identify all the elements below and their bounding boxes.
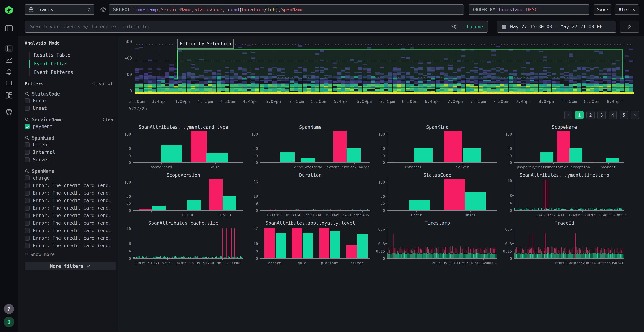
filter-option[interactable]: payment: [25, 123, 116, 130]
search-box[interactable]: SQL | Lucene: [25, 21, 488, 32]
checkbox[interactable]: [25, 183, 30, 188]
alerts-button[interactable]: Alerts: [615, 4, 639, 15]
bar-inlier[interactable]: [465, 192, 486, 210]
bar-outlier[interactable]: [292, 228, 302, 258]
delta-chart-9[interactable]: SpanAttributes.app.loyalty.level081632br…: [249, 219, 372, 267]
bar-outlier[interactable]: [346, 245, 357, 258]
bar-inlier[interactable]: [409, 200, 430, 210]
bar-outlier[interactable]: [139, 210, 152, 210]
checkbox[interactable]: [25, 106, 30, 111]
bar-inlier[interactable]: [330, 231, 340, 258]
bar-inlier[interactable]: [152, 206, 166, 210]
bar-inlier[interactable]: [276, 233, 286, 258]
filter-option[interactable]: Unset: [25, 104, 116, 112]
bar-inlier[interactable]: [570, 148, 582, 162]
date-range-picker[interactable]: May 27 15:30:00 - May 27 21:00:00: [497, 21, 616, 32]
bar-outlier[interactable]: [394, 162, 412, 162]
checkbox[interactable]: [25, 206, 30, 210]
filter-option[interactable]: Error: The credit card (end…: [25, 197, 116, 204]
checkbox[interactable]: [25, 157, 30, 162]
bar-outlier[interactable]: [444, 178, 465, 210]
bar-inlier[interactable]: [346, 148, 361, 162]
run-query-button[interactable]: [620, 21, 639, 32]
delta-chart-7[interactable]: SpanAttributes...yment.timestamp04816174…: [503, 171, 626, 219]
source-select[interactable]: Traces: [25, 4, 94, 15]
search-icon[interactable]: [25, 92, 29, 96]
checkbox[interactable]: [25, 176, 30, 180]
search-icon[interactable]: [25, 117, 29, 122]
bar-outlier[interactable]: [444, 130, 462, 162]
filter-option[interactable]: Error: The credit card (end…: [25, 227, 116, 234]
filter-option[interactable]: Error: The credit card (end…: [25, 212, 116, 219]
bar-inlier[interactable]: [161, 145, 182, 162]
filter-option[interactable]: Error: [25, 97, 116, 104]
more-filters-button[interactable]: More filters: [25, 262, 116, 270]
filter-option[interactable]: Client: [25, 141, 116, 148]
filter-option[interactable]: Error: The credit card (end…: [25, 189, 116, 197]
bar-inlier[interactable]: [187, 200, 201, 210]
filter-group-clear-link[interactable]: Clear: [103, 117, 116, 122]
delta-chart-2[interactable]: SpanKind02550100InternalServer: [376, 123, 499, 171]
delta-chart-1[interactable]: SpanName02550100grpc.oteldemo.PaymentSer…: [249, 123, 372, 171]
delta-chart-11[interactable]: TraceId00.150.30.6ff860334facdb23d3f430f…: [503, 219, 626, 267]
bar-outlier[interactable]: [334, 130, 346, 162]
page-button-1[interactable]: 1: [575, 111, 584, 119]
checkbox[interactable]: [25, 142, 30, 147]
bar-inlier[interactable]: [463, 148, 481, 162]
alerts-bell-icon[interactable]: [6, 68, 12, 76]
checkbox[interactable]: [25, 98, 30, 103]
mode-item-results-table[interactable]: Results Table: [25, 51, 116, 60]
checkbox[interactable]: [25, 198, 30, 203]
checkbox[interactable]: [25, 228, 30, 233]
filter-option[interactable]: Server: [25, 156, 116, 164]
chart-icon[interactable]: [5, 57, 12, 63]
checkbox[interactable]: [25, 150, 30, 155]
checkbox[interactable]: [25, 220, 30, 226]
bar-outlier[interactable]: [557, 130, 570, 162]
filter-option[interactable]: Internal: [25, 148, 116, 156]
bar-inlier[interactable]: [414, 148, 432, 162]
delta-chart-5[interactable]: Duration09183613333631698314199618342600…: [249, 171, 372, 219]
sidebar-toggle-icon[interactable]: [5, 25, 13, 32]
checkbox[interactable]: [25, 190, 30, 196]
bar-outlier[interactable]: [190, 130, 207, 162]
save-button[interactable]: Save: [594, 4, 612, 15]
clear-all-link[interactable]: Clear all: [92, 81, 116, 86]
events-heatmap[interactable]: [135, 43, 634, 95]
delta-chart-0[interactable]: SpanAttributes...yment.card_type02550100…: [122, 123, 245, 171]
bar-inlier[interactable]: [606, 158, 619, 162]
orderby-input[interactable]: ORDER BY Timestamp DESC: [469, 4, 590, 15]
checkbox[interactable]: [25, 243, 30, 248]
lang-sql-toggle[interactable]: SQL: [451, 24, 459, 29]
delta-chart-6[interactable]: StatusCode02550100ErrorUnset: [376, 171, 499, 219]
bar-inlier[interactable]: [302, 232, 313, 258]
help-button[interactable]: ?: [4, 304, 14, 314]
bar-inlier[interactable]: [280, 152, 295, 162]
bar-outlier[interactable]: [209, 178, 223, 210]
bar-inlier[interactable]: [300, 158, 315, 162]
delta-chart-3[interactable]: ScopeName02550100@hyperdx/instrumentatio…: [503, 123, 626, 171]
page-button-3[interactable]: 3: [598, 111, 606, 119]
user-avatar[interactable]: D: [4, 316, 14, 327]
mode-item-event-deltas[interactable]: Event Deltas: [25, 60, 116, 68]
search-icon[interactable]: [25, 169, 29, 174]
page-next-button[interactable]: ›: [631, 111, 639, 119]
page-button-4[interactable]: 4: [608, 111, 617, 119]
checkbox-checked[interactable]: [25, 124, 30, 129]
page-prev-button[interactable]: ‹: [564, 111, 572, 119]
filter-option[interactable]: Error: The credit card (end…: [25, 204, 116, 212]
sessions-laptop-icon[interactable]: [5, 80, 13, 87]
bar-outlier[interactable]: [319, 228, 329, 258]
bar-inlier[interactable]: [206, 153, 228, 162]
hyperdx-logo-icon[interactable]: [4, 6, 14, 15]
bar-inlier[interactable]: [357, 234, 368, 258]
filter-option[interactable]: Error: The credit card (end…: [25, 242, 116, 249]
filter-by-selection-tooltip[interactable]: Filter by Selection: [178, 39, 234, 49]
search-icon[interactable]: [25, 136, 29, 140]
delta-chart-8[interactable]: SpanAttributes.cache.size048168983591063…: [122, 219, 245, 267]
filter-option[interactable]: Error: The credit card (end…: [25, 219, 116, 227]
filter-option[interactable]: Error: The credit card (end…: [25, 182, 116, 189]
select-query-input[interactable]: SELECT Timestamp,ServiceName,StatusCode,…: [109, 4, 464, 15]
page-button-5[interactable]: 5: [620, 111, 628, 119]
filter-option[interactable]: charge: [25, 174, 116, 182]
